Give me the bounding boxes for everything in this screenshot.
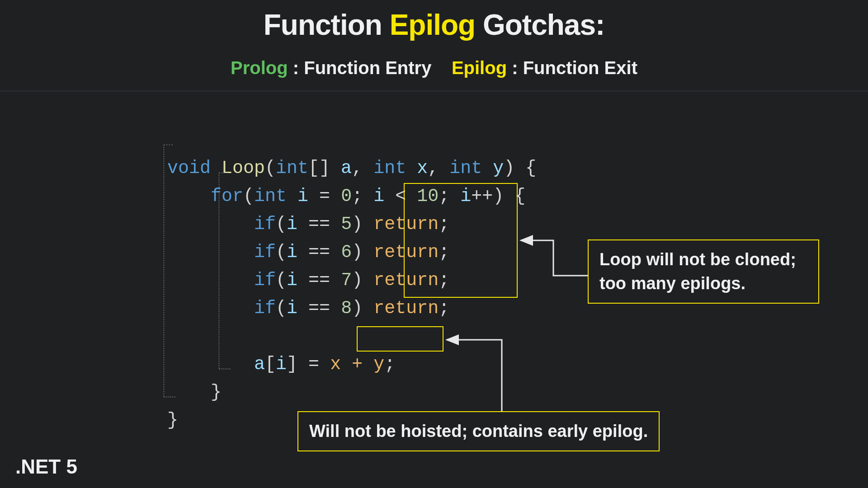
if-val-3: 8 <box>341 298 352 319</box>
assign-semi: ; <box>384 354 395 375</box>
divider <box>0 91 868 91</box>
slide-subtitle: Prolog : Function Entry Epilog : Functio… <box>0 58 868 78</box>
callout-bottom: Will not be hoisted; contains early epil… <box>297 411 660 451</box>
ret-semi-1: ; <box>439 242 449 263</box>
var-i-decl: i <box>297 186 308 206</box>
callout-right: Loop will not be cloned; too many epilog… <box>588 239 819 304</box>
prolog-label: Prolog <box>231 58 288 78</box>
kw-if-0: if <box>254 214 276 235</box>
kw-void: void <box>167 158 211 178</box>
idx-i: i <box>276 354 287 375</box>
ret-0: return <box>373 214 439 235</box>
kw-int-1: int <box>276 158 308 178</box>
var-i-inc: i <box>460 186 471 206</box>
title-post: Gotchas: <box>475 9 604 41</box>
kw-int-2: int <box>373 158 406 178</box>
indent-guide-inner-bot <box>219 369 231 369</box>
if-val-0: 5 <box>341 214 352 235</box>
title-highlight: Epilog <box>390 9 476 41</box>
expr-plus: + <box>352 354 363 375</box>
footer-label: .NET 5 <box>15 455 77 478</box>
if-val-1: 6 <box>341 242 352 263</box>
brace-open-2: { <box>514 186 525 206</box>
ret-2: return <box>373 270 439 291</box>
indent-guide-outer-bot <box>164 397 175 397</box>
indent-guide-outer <box>164 145 164 397</box>
callout-bottom-text: Will not be hoisted; contains early epil… <box>309 422 648 441</box>
lt: < <box>395 186 406 206</box>
epilog-desc: : Function Exit <box>507 58 637 78</box>
indent-guide-inner <box>219 173 219 369</box>
if-op-3: == <box>308 298 330 319</box>
brackets: [] <box>308 158 330 178</box>
kw-for: for <box>211 186 243 206</box>
if-var-0: i <box>287 214 297 235</box>
var-y: y <box>493 158 504 178</box>
semi-1: ; <box>352 186 363 206</box>
slide-title: Function Epilog Gotchas: <box>0 8 868 42</box>
title-pre: Function <box>264 9 390 41</box>
var-i-cond: i <box>373 186 384 206</box>
var-a: a <box>341 158 352 178</box>
if-var-3: i <box>287 298 297 319</box>
arr-a: a <box>254 354 265 375</box>
if-op-1: == <box>308 242 330 263</box>
kw-int-for: int <box>254 186 287 206</box>
brace-open-1: { <box>525 158 536 178</box>
ret-1: return <box>373 242 439 263</box>
prolog-desc: : Function Entry <box>288 58 432 78</box>
if-var-1: i <box>287 242 297 263</box>
kw-if-3: if <box>254 298 276 319</box>
ret-3: return <box>373 298 439 319</box>
if-val-2: 7 <box>341 270 352 291</box>
ret-semi-0: ; <box>439 214 449 235</box>
epilog-label: Epilog <box>452 58 507 78</box>
assign-eq: = <box>308 354 319 375</box>
if-op-0: == <box>308 214 330 235</box>
semi-2: ; <box>439 186 449 206</box>
ret-semi-2: ; <box>439 270 449 291</box>
if-var-2: i <box>287 270 297 291</box>
callout-right-text: Loop will not be cloned; too many epilog… <box>599 250 796 293</box>
num-10: 10 <box>417 186 439 206</box>
expr-y: y <box>373 354 384 375</box>
brace-close-inner: } <box>211 382 222 403</box>
indent-guide-outer-top <box>164 145 173 145</box>
kw-if-2: if <box>254 270 276 291</box>
num-0: 0 <box>341 186 352 206</box>
kw-if-1: if <box>254 242 276 263</box>
fn-loop: Loop <box>222 158 265 178</box>
inc: ++ <box>471 186 493 206</box>
indent-guide-inner-top <box>219 173 228 173</box>
brace-close-outer: } <box>167 410 178 431</box>
eq: = <box>319 186 330 206</box>
ret-semi-3: ; <box>439 298 449 319</box>
var-x: x <box>417 158 428 178</box>
if-op-2: == <box>308 270 330 291</box>
kw-int-3: int <box>449 158 482 178</box>
expr-x: x <box>330 354 341 375</box>
